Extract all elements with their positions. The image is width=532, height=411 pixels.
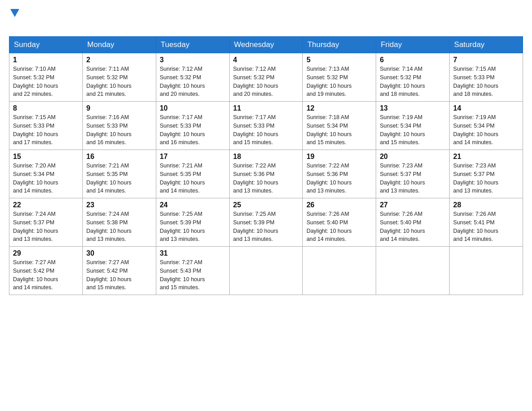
day-info: Sunrise: 7:22 AM Sunset: 5:36 PM Dayligh… xyxy=(233,162,299,195)
day-info: Sunrise: 7:14 AM Sunset: 5:32 PM Dayligh… xyxy=(380,65,446,98)
day-number: 29 xyxy=(13,249,79,257)
weekday-header-sunday: Sunday xyxy=(9,37,83,53)
logo xyxy=(9,9,19,32)
day-info: Sunrise: 7:24 AM Sunset: 5:38 PM Dayligh… xyxy=(86,210,152,244)
calendar-cell: 19 Sunrise: 7:22 AM Sunset: 5:36 PM Dayl… xyxy=(303,150,376,198)
calendar-cell xyxy=(229,247,303,295)
logo-triangle-icon xyxy=(10,9,19,17)
day-number: 17 xyxy=(160,153,226,161)
calendar-week-row: 22 Sunrise: 7:24 AM Sunset: 5:37 PM Dayl… xyxy=(9,198,523,247)
calendar-week-row: 29 Sunrise: 7:27 AM Sunset: 5:42 PM Dayl… xyxy=(9,247,523,295)
day-number: 20 xyxy=(380,153,446,161)
day-number: 18 xyxy=(233,153,299,161)
calendar-cell xyxy=(376,247,450,295)
day-number: 8 xyxy=(13,104,79,112)
calendar-cell: 10 Sunrise: 7:17 AM Sunset: 5:33 PM Dayl… xyxy=(156,102,229,150)
day-number: 13 xyxy=(380,104,446,112)
day-info: Sunrise: 7:17 AM Sunset: 5:33 PM Dayligh… xyxy=(233,113,299,147)
calendar-cell: 2 Sunrise: 7:11 AM Sunset: 5:32 PM Dayli… xyxy=(82,53,156,102)
day-number: 4 xyxy=(233,56,299,64)
calendar-table: SundayMondayTuesdayWednesdayThursdayFrid… xyxy=(9,36,523,295)
calendar-cell: 5 Sunrise: 7:13 AM Sunset: 5:32 PM Dayli… xyxy=(303,53,376,102)
day-number: 9 xyxy=(86,104,152,112)
day-number: 16 xyxy=(86,153,152,161)
day-info: Sunrise: 7:27 AM Sunset: 5:42 PM Dayligh… xyxy=(13,258,79,292)
calendar-cell: 16 Sunrise: 7:21 AM Sunset: 5:35 PM Dayl… xyxy=(82,150,156,198)
calendar-cell: 9 Sunrise: 7:16 AM Sunset: 5:33 PM Dayli… xyxy=(82,102,156,150)
day-info: Sunrise: 7:25 AM Sunset: 5:39 PM Dayligh… xyxy=(160,210,226,244)
day-number: 28 xyxy=(453,201,519,209)
day-number: 27 xyxy=(380,201,446,209)
calendar-cell: 6 Sunrise: 7:14 AM Sunset: 5:32 PM Dayli… xyxy=(376,53,450,102)
day-number: 1 xyxy=(13,56,79,64)
day-number: 25 xyxy=(233,201,299,209)
calendar-cell: 3 Sunrise: 7:12 AM Sunset: 5:32 PM Dayli… xyxy=(156,53,229,102)
calendar-week-row: 8 Sunrise: 7:15 AM Sunset: 5:33 PM Dayli… xyxy=(9,102,523,150)
day-info: Sunrise: 7:12 AM Sunset: 5:32 PM Dayligh… xyxy=(160,65,226,98)
calendar-cell: 27 Sunrise: 7:26 AM Sunset: 5:40 PM Dayl… xyxy=(376,198,450,247)
day-info: Sunrise: 7:16 AM Sunset: 5:33 PM Dayligh… xyxy=(86,113,152,147)
weekday-header-row: SundayMondayTuesdayWednesdayThursdayFrid… xyxy=(9,37,523,53)
calendar-week-row: 1 Sunrise: 7:10 AM Sunset: 5:32 PM Dayli… xyxy=(9,53,523,102)
day-number: 3 xyxy=(160,56,226,64)
day-number: 6 xyxy=(380,56,446,64)
calendar-week-row: 15 Sunrise: 7:20 AM Sunset: 5:34 PM Dayl… xyxy=(9,150,523,198)
day-info: Sunrise: 7:20 AM Sunset: 5:34 PM Dayligh… xyxy=(13,162,79,195)
calendar-cell: 23 Sunrise: 7:24 AM Sunset: 5:38 PM Dayl… xyxy=(82,198,156,247)
calendar-cell: 20 Sunrise: 7:23 AM Sunset: 5:37 PM Dayl… xyxy=(376,150,450,198)
day-info: Sunrise: 7:13 AM Sunset: 5:32 PM Dayligh… xyxy=(306,65,372,98)
calendar-cell: 22 Sunrise: 7:24 AM Sunset: 5:37 PM Dayl… xyxy=(9,198,83,247)
calendar-cell xyxy=(450,247,523,295)
day-info: Sunrise: 7:26 AM Sunset: 5:41 PM Dayligh… xyxy=(453,210,519,244)
calendar-cell: 13 Sunrise: 7:19 AM Sunset: 5:34 PM Dayl… xyxy=(376,102,450,150)
day-info: Sunrise: 7:23 AM Sunset: 5:37 PM Dayligh… xyxy=(453,162,519,195)
day-number: 7 xyxy=(453,56,519,64)
calendar-cell: 4 Sunrise: 7:12 AM Sunset: 5:32 PM Dayli… xyxy=(229,53,303,102)
day-number: 26 xyxy=(306,201,372,209)
day-info: Sunrise: 7:21 AM Sunset: 5:35 PM Dayligh… xyxy=(160,162,226,195)
calendar-cell: 24 Sunrise: 7:25 AM Sunset: 5:39 PM Dayl… xyxy=(156,198,229,247)
day-info: Sunrise: 7:15 AM Sunset: 5:33 PM Dayligh… xyxy=(13,113,79,147)
day-info: Sunrise: 7:27 AM Sunset: 5:42 PM Dayligh… xyxy=(86,258,152,292)
day-number: 24 xyxy=(160,201,226,209)
day-number: 23 xyxy=(86,201,152,209)
day-number: 21 xyxy=(453,153,519,161)
weekday-header-saturday: Saturday xyxy=(450,37,523,53)
calendar-cell: 29 Sunrise: 7:27 AM Sunset: 5:42 PM Dayl… xyxy=(9,247,83,295)
calendar-cell: 28 Sunrise: 7:26 AM Sunset: 5:41 PM Dayl… xyxy=(450,198,523,247)
day-number: 5 xyxy=(306,56,372,64)
day-number: 15 xyxy=(13,153,79,161)
weekday-header-wednesday: Wednesday xyxy=(229,37,303,53)
calendar-cell: 26 Sunrise: 7:26 AM Sunset: 5:40 PM Dayl… xyxy=(303,198,376,247)
day-info: Sunrise: 7:26 AM Sunset: 5:40 PM Dayligh… xyxy=(380,210,446,244)
day-number: 2 xyxy=(86,56,152,64)
weekday-header-monday: Monday xyxy=(82,37,156,53)
weekday-header-friday: Friday xyxy=(376,37,450,53)
calendar-cell: 8 Sunrise: 7:15 AM Sunset: 5:33 PM Dayli… xyxy=(9,102,83,150)
calendar-cell: 15 Sunrise: 7:20 AM Sunset: 5:34 PM Dayl… xyxy=(9,150,83,198)
calendar-cell: 11 Sunrise: 7:17 AM Sunset: 5:33 PM Dayl… xyxy=(229,102,303,150)
day-number: 14 xyxy=(453,104,519,112)
day-number: 31 xyxy=(160,249,226,257)
calendar-cell: 25 Sunrise: 7:25 AM Sunset: 5:39 PM Dayl… xyxy=(229,198,303,247)
day-info: Sunrise: 7:24 AM Sunset: 5:37 PM Dayligh… xyxy=(13,210,79,244)
day-info: Sunrise: 7:21 AM Sunset: 5:35 PM Dayligh… xyxy=(86,162,152,195)
day-info: Sunrise: 7:17 AM Sunset: 5:33 PM Dayligh… xyxy=(160,113,226,147)
calendar-cell: 31 Sunrise: 7:27 AM Sunset: 5:43 PM Dayl… xyxy=(156,247,229,295)
day-number: 11 xyxy=(233,104,299,112)
calendar-cell: 12 Sunrise: 7:18 AM Sunset: 5:34 PM Dayl… xyxy=(303,102,376,150)
calendar-cell: 18 Sunrise: 7:22 AM Sunset: 5:36 PM Dayl… xyxy=(229,150,303,198)
calendar-cell: 14 Sunrise: 7:19 AM Sunset: 5:34 PM Dayl… xyxy=(450,102,523,150)
day-number: 30 xyxy=(86,249,152,257)
day-info: Sunrise: 7:25 AM Sunset: 5:39 PM Dayligh… xyxy=(233,210,299,244)
day-info: Sunrise: 7:18 AM Sunset: 5:34 PM Dayligh… xyxy=(306,113,372,147)
day-info: Sunrise: 7:11 AM Sunset: 5:32 PM Dayligh… xyxy=(86,65,152,98)
day-info: Sunrise: 7:23 AM Sunset: 5:37 PM Dayligh… xyxy=(380,162,446,195)
calendar-cell: 17 Sunrise: 7:21 AM Sunset: 5:35 PM Dayl… xyxy=(156,150,229,198)
calendar-cell: 30 Sunrise: 7:27 AM Sunset: 5:42 PM Dayl… xyxy=(82,247,156,295)
day-info: Sunrise: 7:19 AM Sunset: 5:34 PM Dayligh… xyxy=(453,113,519,147)
calendar-cell: 1 Sunrise: 7:10 AM Sunset: 5:32 PM Dayli… xyxy=(9,53,83,102)
day-info: Sunrise: 7:15 AM Sunset: 5:33 PM Dayligh… xyxy=(453,65,519,98)
calendar-cell: 21 Sunrise: 7:23 AM Sunset: 5:37 PM Dayl… xyxy=(450,150,523,198)
day-info: Sunrise: 7:26 AM Sunset: 5:40 PM Dayligh… xyxy=(306,210,372,244)
